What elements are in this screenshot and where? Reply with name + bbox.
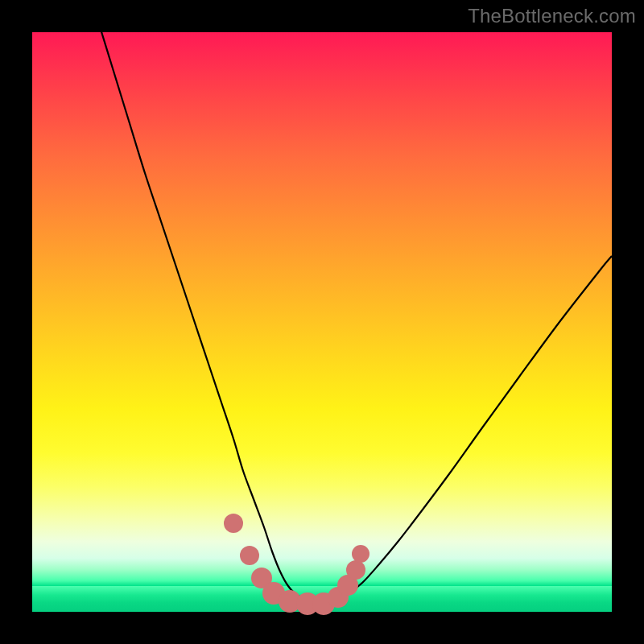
watermark-text: TheBottleneck.com <box>468 5 636 27</box>
curve-marker <box>352 545 369 563</box>
chart-frame: TheBottleneck.com <box>0 0 644 644</box>
curve-marker <box>224 514 243 533</box>
curve-marker <box>346 560 365 580</box>
curve-layer <box>32 32 612 612</box>
curve-marker <box>240 546 259 565</box>
curve-markers <box>224 514 369 615</box>
bottleneck-curve <box>97 16 612 602</box>
plot-area <box>32 32 612 612</box>
